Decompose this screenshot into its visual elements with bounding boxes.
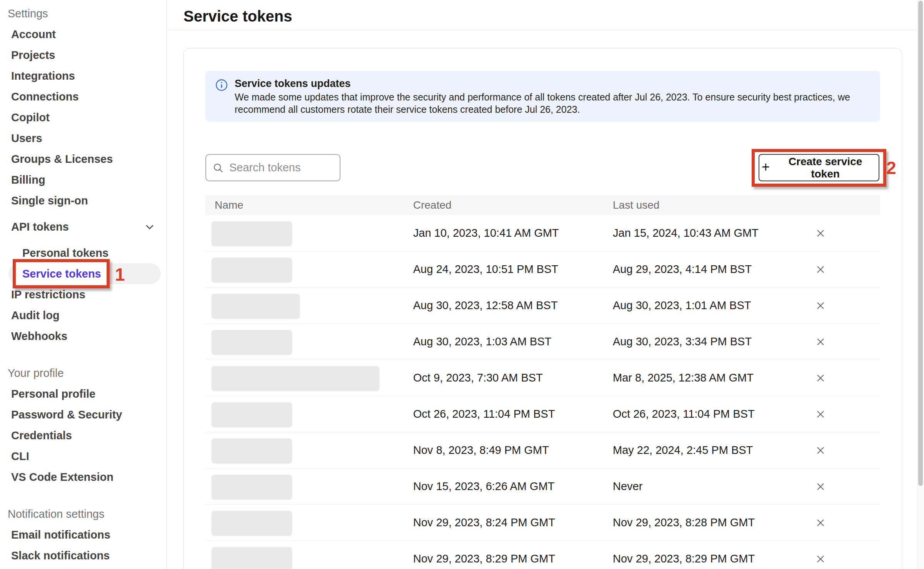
sidebar-section-header-your-profile: Your profile (8, 363, 166, 383)
column-header-created: Created (413, 199, 613, 211)
sidebar-section-notification-settings: Notification settingsEmail notifications… (8, 504, 166, 566)
delete-token-button[interactable] (812, 479, 829, 495)
token-name-placeholder (212, 330, 292, 354)
delete-token-button[interactable] (812, 334, 829, 350)
token-name-placeholder (212, 366, 379, 390)
token-name-placeholder (212, 221, 292, 245)
column-header-name: Name (205, 199, 413, 211)
sidebar-item-label: Webhooks (11, 330, 67, 343)
created-cell: Nov 15, 2023, 6:26 AM GMT (413, 480, 613, 493)
last-used-cell: Never (613, 480, 797, 493)
table-row: Nov 15, 2023, 6:26 AM GMTNever (205, 469, 880, 505)
sidebar-item-connections[interactable]: Connections (8, 86, 166, 107)
create-button-wrap: + Create service token 2 (759, 154, 879, 181)
table-toolbar: + Create service token 2 (205, 154, 880, 181)
delete-token-button[interactable] (812, 442, 829, 459)
column-header-last-used: Last used (613, 199, 797, 211)
delete-token-button[interactable] (812, 551, 829, 567)
sidebar-item-personal-profile[interactable]: Personal profile (8, 383, 166, 404)
sidebar-item-account[interactable]: Account (8, 24, 166, 45)
sidebar-item-users[interactable]: Users (8, 128, 166, 149)
annotation-label-1: 1 (115, 264, 125, 285)
sidebar-item-api-tokens[interactable]: API tokens (8, 216, 166, 237)
sidebar-item-password-security[interactable]: Password & Security (8, 404, 166, 425)
created-cell: Nov 29, 2023, 8:24 PM GMT (413, 516, 613, 529)
table-row: Nov 8, 2023, 8:49 PM GMTMay 22, 2024, 2:… (205, 432, 880, 469)
sidebar-item-personal-tokens[interactable]: Personal tokens (8, 243, 166, 263)
sidebar-item-email-notifications[interactable]: Email notifications (8, 524, 166, 545)
last-used-cell: Nov 29, 2023, 8:28 PM GMT (613, 516, 797, 529)
token-name-placeholder (212, 294, 300, 318)
sidebar-nav: SettingsAccountProjectsIntegrationsConne… (8, 3, 166, 566)
sidebar-item-groups-licenses[interactable]: Groups & Licenses (8, 149, 166, 169)
created-cell: Aug 30, 2023, 12:58 AM BST (413, 299, 613, 312)
main-content: Service tokens Service tokens updates We… (167, 0, 924, 569)
created-cell: Jan 10, 2023, 10:41 AM GMT (413, 227, 613, 239)
sidebar-item-label: Audit log (11, 309, 60, 322)
sidebar-item-label: Integrations (11, 70, 75, 82)
close-icon (815, 228, 826, 239)
delete-token-button[interactable] (812, 515, 829, 531)
created-cell: Aug 30, 2023, 1:03 AM BST (413, 335, 613, 348)
last-used-cell: Aug 30, 2023, 3:34 PM BST (613, 335, 797, 348)
last-used-cell: Aug 30, 2023, 1:01 AM BST (613, 299, 797, 312)
created-cell: Oct 26, 2023, 11:04 PM BST (413, 408, 613, 420)
token-name-placeholder (212, 547, 292, 569)
sidebar-item-ip-restrictions[interactable]: IP restrictions (8, 284, 166, 305)
info-banner-title: Service tokens updates (235, 77, 866, 90)
sidebar-item-label: IP restrictions (11, 288, 85, 301)
chevron-down-icon (144, 221, 155, 233)
table-row: Nov 29, 2023, 8:29 PM GMTNov 29, 2023, 8… (205, 541, 880, 569)
sidebar-item-billing[interactable]: Billing (8, 169, 166, 190)
delete-token-button[interactable] (812, 225, 829, 241)
sidebar-section-header-notification-settings: Notification settings (8, 504, 166, 524)
sidebar-item-label: Projects (11, 49, 55, 62)
sidebar-item-cli[interactable]: CLI (8, 446, 166, 467)
sidebar-item-service-tokens[interactable]: Service tokens (8, 263, 161, 284)
search-input[interactable] (228, 161, 334, 174)
last-used-cell: Nov 29, 2023, 8:29 PM GMT (613, 552, 797, 565)
sidebar-item-slack-notifications[interactable]: Slack notifications (8, 545, 166, 566)
create-service-token-button[interactable]: + Create service token (759, 154, 879, 181)
sidebar-item-label: Personal profile (11, 388, 95, 400)
sidebar-item-vs-code-extension[interactable]: VS Code Extension (8, 467, 166, 487)
table-row: Aug 30, 2023, 12:58 AM BSTAug 30, 2023, … (205, 288, 880, 324)
table-header-row: Name Created Last used (205, 195, 880, 215)
sidebar-item-label: Credentials (11, 429, 72, 442)
sidebar-item-integrations[interactable]: Integrations (8, 65, 166, 86)
close-icon (815, 481, 826, 492)
sidebar-item-label: Personal tokens (22, 247, 108, 259)
annotation-label-2: 2 (886, 157, 896, 178)
title-divider (167, 30, 924, 30)
sidebar-item-single-sign-on[interactable]: Single sign-on (8, 190, 166, 211)
last-used-cell: Oct 26, 2023, 11:04 PM BST (613, 408, 797, 420)
close-icon (815, 264, 826, 275)
delete-token-button[interactable] (812, 406, 829, 422)
close-icon (815, 553, 826, 565)
info-banner-text: Service tokens updates We made some upda… (235, 77, 866, 115)
token-table-body: Jan 10, 2023, 10:41 AM GMTJan 15, 2024, … (205, 215, 880, 569)
table-row: Oct 9, 2023, 7:30 AM BSTMar 8, 2025, 12:… (205, 360, 880, 396)
sidebar-item-projects[interactable]: Projects (8, 45, 166, 65)
create-button-label: Create service token (774, 156, 876, 180)
table-row: Aug 30, 2023, 1:03 AM BSTAug 30, 2023, 3… (205, 324, 880, 360)
close-icon (815, 300, 826, 311)
delete-token-button[interactable] (812, 298, 829, 314)
last-used-cell: Mar 8, 2025, 12:38 AM GMT (613, 372, 797, 384)
created-cell: Aug 24, 2023, 10:51 PM BST (413, 263, 613, 276)
sidebar-item-copilot[interactable]: Copilot (8, 107, 166, 128)
sidebar-section-your-profile: Your profilePersonal profilePassword & S… (8, 363, 166, 487)
close-icon (815, 336, 826, 348)
close-icon (815, 517, 826, 529)
sidebar-item-label: Connections (11, 90, 79, 103)
sidebar-item-credentials[interactable]: Credentials (8, 425, 166, 446)
delete-token-button[interactable] (812, 261, 829, 278)
sidebar-item-audit-log[interactable]: Audit log (8, 305, 166, 326)
token-name-placeholder (212, 258, 292, 281)
plus-icon: + (762, 160, 770, 174)
table-row: Aug 24, 2023, 10:51 PM BSTAug 29, 2023, … (205, 251, 880, 288)
sidebar-item-webhooks[interactable]: Webhooks (8, 326, 166, 346)
scrollbar-track[interactable] (917, 0, 924, 569)
delete-token-button[interactable] (812, 370, 829, 386)
scrollbar-thumb[interactable] (918, 1, 923, 486)
